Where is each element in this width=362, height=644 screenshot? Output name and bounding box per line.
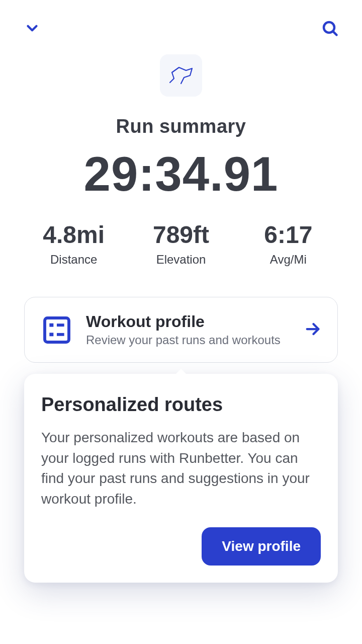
profile-card-text: Workout profile Review your past runs an… xyxy=(86,312,291,347)
stat-value: 4.8mi xyxy=(20,221,127,249)
stat-value: 789ft xyxy=(127,221,234,249)
svg-marker-8 xyxy=(175,369,187,375)
stat-value: 6:17 xyxy=(235,221,342,249)
profile-card-subtitle: Review your past runs and workouts xyxy=(86,333,291,347)
collapse-button[interactable] xyxy=(20,16,44,40)
workout-profile-card[interactable]: Workout profile Review your past runs an… xyxy=(24,297,338,363)
popover-title: Personalized routes xyxy=(41,394,321,416)
summary-title: Run summary xyxy=(0,116,362,137)
svg-rect-5 xyxy=(49,333,53,336)
personalized-routes-popover: Personalized routes Your personalized wo… xyxy=(24,374,338,583)
svg-rect-3 xyxy=(49,323,53,327)
profile-card-title: Workout profile xyxy=(86,312,291,331)
route-icon xyxy=(167,63,195,88)
arrow-right-icon xyxy=(304,320,321,340)
stat-label: Elevation xyxy=(127,253,234,267)
summary-time: 29:34.91 xyxy=(0,146,362,202)
header xyxy=(0,0,362,40)
stat-label: Avg/Mi xyxy=(235,253,342,267)
stat-label: Distance xyxy=(20,253,127,267)
list-details-icon xyxy=(41,314,73,346)
popover-caret-icon xyxy=(175,369,187,375)
search-button[interactable] xyxy=(318,16,342,40)
stat-avg-mi: 6:17 Avg/Mi xyxy=(235,221,342,267)
search-icon xyxy=(321,19,339,37)
svg-line-1 xyxy=(333,31,336,35)
route-thumbnail xyxy=(160,54,202,97)
stat-elevation: 789ft Elevation xyxy=(127,221,234,267)
stats-row: 4.8mi Distance 789ft Elevation 6:17 Avg/… xyxy=(0,221,362,267)
popover-body: Your personalized workouts are based on … xyxy=(41,428,321,509)
view-profile-button[interactable]: View profile xyxy=(202,527,321,566)
svg-rect-2 xyxy=(45,318,69,342)
popover-actions: View profile xyxy=(41,527,321,566)
stat-distance: 4.8mi Distance xyxy=(20,221,127,267)
chevron-down-icon xyxy=(24,20,41,37)
popover-container: Personalized routes Your personalized wo… xyxy=(24,374,338,583)
